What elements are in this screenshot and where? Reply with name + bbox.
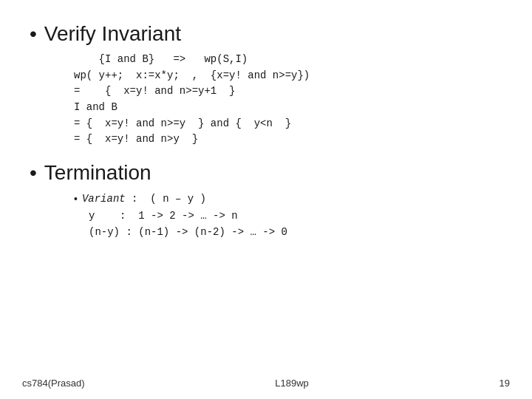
y-value: 1 -> 2 -> … -> n [138, 210, 237, 222]
code-line-4: I and B [74, 100, 502, 116]
ny-label: (n-y) [89, 226, 120, 238]
footer-right: 19 [499, 378, 510, 389]
code-line-2: wp( y++; x:=x*y; , {x=y! and n>=y}) [74, 68, 502, 84]
y-row: y : 1 -> 2 -> … -> n [89, 208, 502, 224]
verify-invariant-section: • Verify Invariant {I and B} => wp(S,I) … [30, 22, 502, 148]
termination-content: • Variant : ( n – y ) y : 1 -> 2 -> … ->… [74, 191, 502, 240]
bullet-dot-2: • [30, 161, 37, 185]
y-colon: : [95, 210, 138, 222]
ny-value: (n-1) -> (n-2) -> … -> 0 [138, 226, 287, 238]
slide-footer: cs784(Prasad) L189wp 19 [0, 378, 532, 389]
bullet-dot-1: • [30, 22, 37, 46]
code-line-3: = { x=y! and n>=y+1 } [74, 83, 502, 100]
code-line-5: = { x=y! and n>=y } and { y<n } [74, 116, 502, 132]
verify-invariant-heading: • Verify Invariant [30, 22, 502, 46]
code-line-1: {I and B} => wp(S,I) [74, 52, 502, 68]
variant-row: • Variant : ( n – y ) [74, 191, 502, 207]
termination-heading: • Termination [30, 161, 502, 185]
verify-invariant-code: {I and B} => wp(S,I) wp( y++; x:=x*y; , … [74, 52, 502, 148]
ny-row: (n-y) : (n-1) -> (n-2) -> … -> 0 [89, 224, 502, 240]
sub-dot: • [74, 191, 78, 207]
footer-left: cs784(Prasad) [22, 378, 85, 389]
variant-colon: : [126, 193, 151, 205]
code-line-6: = { x=y! and n>y } [74, 132, 502, 148]
variant-label: Variant [82, 193, 126, 205]
ny-colon: : [120, 226, 138, 238]
termination-section: • Termination • Variant : ( n – y ) y : … [30, 161, 502, 240]
variant-value: ( n – y ) [150, 193, 206, 205]
verify-invariant-title: Verify Invariant [44, 22, 181, 46]
footer-center: L189wp [275, 378, 309, 389]
termination-title: Termination [44, 161, 151, 185]
